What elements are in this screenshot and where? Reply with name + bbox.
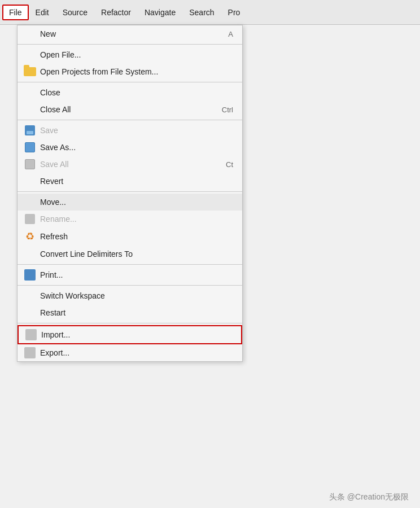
menu-item-save-label: Save <box>40 126 233 135</box>
menu-item-move-label: Move... <box>40 198 233 207</box>
menu-item-rename-label: Rename... <box>40 214 233 224</box>
menu-item-restart-label: Restart <box>40 308 233 317</box>
menu-item-print-label: Print... <box>40 270 233 279</box>
menu-item-new-label: New <box>40 29 205 38</box>
menu-item-close[interactable]: Close <box>18 84 242 101</box>
separator-4 <box>18 191 242 192</box>
save-as-icon <box>22 142 38 152</box>
menu-item-save: Save <box>18 122 242 139</box>
menu-item-open-projects-label: Open Projects from File System... <box>40 67 233 76</box>
watermark-text: 头条 @Creation无极限 <box>329 492 409 501</box>
menu-item-new[interactable]: New A <box>18 25 242 42</box>
menu-navigate[interactable]: Navigate <box>138 5 182 20</box>
export-icon <box>22 347 38 358</box>
save-icon <box>22 125 38 135</box>
separator-5 <box>18 264 242 265</box>
menu-item-refresh-label: Refresh <box>40 232 233 241</box>
app-window: File Edit Source Refactor Navigate Searc… <box>0 0 420 508</box>
menu-file[interactable]: File <box>2 5 29 20</box>
menu-item-save-as-label: Save As... <box>40 143 233 152</box>
menu-item-export-label: Export... <box>40 348 233 357</box>
separator-6 <box>18 285 242 286</box>
separator-2 <box>18 82 242 82</box>
menu-item-switch-workspace-label: Switch Workspace <box>40 291 233 300</box>
menu-item-export[interactable]: Export... <box>18 344 242 361</box>
separator-1 <box>18 44 242 45</box>
menu-item-save-as[interactable]: Save As... <box>18 139 242 156</box>
menu-item-convert[interactable]: Convert Line Delimiters To <box>18 246 242 262</box>
menu-item-save-all: Save All Ct <box>18 156 242 173</box>
import-icon <box>23 329 39 340</box>
menu-item-convert-label: Convert Line Delimiters To <box>40 249 233 259</box>
menu-search[interactable]: Search <box>182 5 221 20</box>
menu-source[interactable]: Source <box>56 5 94 20</box>
menu-item-close-all[interactable]: Close All Ctrl <box>18 101 242 118</box>
menu-item-close-all-label: Close All <box>40 105 199 114</box>
refresh-icon: ♻ <box>22 230 38 243</box>
menu-item-revert-label: Revert <box>40 177 233 186</box>
menu-item-open-file[interactable]: Open File... <box>18 46 242 63</box>
menu-item-open-projects[interactable]: Open Projects from File System... <box>18 63 242 80</box>
menu-item-open-file-label: Open File... <box>40 50 233 59</box>
print-icon <box>22 269 38 281</box>
menu-item-save-all-label: Save All <box>40 160 203 169</box>
menu-item-import-label: Import... <box>41 330 232 339</box>
rename-icon <box>22 214 38 224</box>
file-dropdown-menu: New A Open File... Open Projects from Fi… <box>17 25 243 362</box>
menu-item-refresh[interactable]: ♻ Refresh <box>18 227 242 246</box>
watermark: 头条 @Creation无极限 <box>329 492 409 502</box>
folder-icon <box>22 67 38 76</box>
separator-3 <box>18 120 242 120</box>
menu-item-switch-workspace[interactable]: Switch Workspace <box>18 287 242 304</box>
menu-item-import[interactable]: Import... <box>18 325 242 344</box>
menu-edit[interactable]: Edit <box>29 5 56 20</box>
menu-item-new-shortcut: A <box>228 30 233 38</box>
menu-item-rename: Rename... <box>18 211 242 227</box>
menu-item-print[interactable]: Print... <box>18 266 242 283</box>
separator-7 <box>18 323 242 323</box>
menu-item-close-label: Close <box>40 88 233 97</box>
menu-bar: File Edit Source Refactor Navigate Searc… <box>0 0 420 25</box>
menu-item-revert[interactable]: Revert <box>18 173 242 190</box>
menu-item-save-all-shortcut: Ct <box>226 160 233 169</box>
menu-refactor[interactable]: Refactor <box>94 5 138 20</box>
menu-item-restart[interactable]: Restart <box>18 304 242 321</box>
menu-pro[interactable]: Pro <box>221 5 247 20</box>
menu-item-move[interactable]: Move... <box>18 194 242 211</box>
menu-item-close-all-shortcut: Ctrl <box>222 106 233 114</box>
save-all-icon <box>22 159 38 169</box>
